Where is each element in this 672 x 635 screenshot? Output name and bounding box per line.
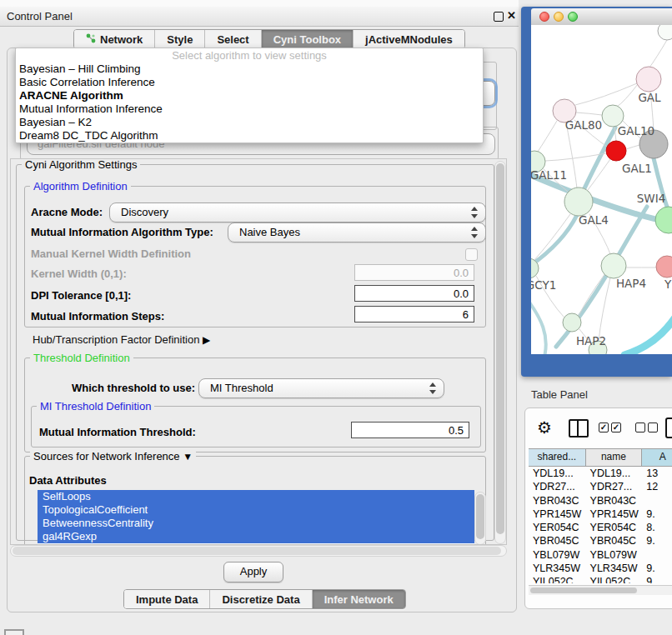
sources-title-text: Sources for Network Inference (33, 450, 180, 462)
network-edge[interactable] (626, 145, 639, 149)
which-threshold-combobox[interactable]: MI Threshold (198, 378, 444, 398)
tab-style[interactable]: Style (155, 30, 205, 48)
algorithm-dropdown-item[interactable]: Mutual Information Inference (16, 102, 483, 116)
sources-group-title: Sources for Network Inference ▼ (30, 450, 196, 462)
network-node[interactable] (564, 188, 593, 216)
table-row[interactable]: YDL19...YDL19...13 (529, 467, 672, 480)
table-row[interactable]: YPR145WYPR145W9. (529, 508, 672, 521)
network-node[interactable] (655, 207, 672, 233)
network-edge[interactable] (531, 300, 546, 354)
data-attribute-item[interactable]: BetweennessCentrality (38, 517, 474, 530)
table-cell (642, 548, 672, 562)
expanded-arrow-icon[interactable]: ▼ (183, 451, 193, 462)
unchecked-box-icon[interactable] (648, 422, 658, 432)
algorithm-dropdown-placeholder: Select algorithm to view settings (16, 48, 483, 62)
manual-kernel-width-label: Manual Kernel Width Definition (31, 248, 191, 260)
tab-label: Discretize Data (222, 593, 299, 606)
apply-button[interactable]: Apply (223, 562, 283, 582)
table-row[interactable]: YDR27...YDR27...12 (529, 480, 672, 493)
mi-algorithm-type-combobox[interactable]: Naive Bayes (228, 222, 486, 242)
data-attribute-item[interactable]: gal4RGexp (38, 530, 474, 543)
table-row[interactable]: YBR043CYBR043C (529, 494, 672, 508)
column-header[interactable]: name (586, 449, 643, 466)
network-node-label: HAP4 (616, 277, 646, 290)
data-attribute-item[interactable]: TopologicalCoefficient (38, 503, 474, 517)
table-cell: YBL079W (529, 548, 586, 562)
tab-label: Cyni Toolbox (273, 33, 341, 46)
network-canvas[interactable]: GALGAL80GAL10GAL1GAL11SWI4GAL4GCY1HAP4YH… (531, 25, 672, 354)
table-panel-card: ⚙ ✓ ✓ shared...nameA YDL19...YDL19...13Y… (524, 408, 672, 609)
control-panel-tab-bar: NetworkStyleSelectCyni ToolboxjActiveMNo… (73, 29, 465, 49)
float-panel-icon[interactable] (494, 12, 504, 22)
network-window[interactable]: GALGAL80GAL10GAL1GAL11SWI4GAL4GCY1HAP4YH… (521, 7, 672, 377)
table-row[interactable]: YLR345WYLR345W9. (529, 562, 672, 575)
settings-horizontal-scrollbar[interactable] (10, 545, 507, 557)
tab-select[interactable]: Select (205, 30, 261, 48)
network-edge[interactable] (576, 112, 602, 115)
algorithm-dropdown-item[interactable]: Dream8 DC_TDC Algorithm (16, 129, 483, 142)
network-node[interactable] (601, 253, 626, 278)
network-edge[interactable] (654, 158, 669, 214)
algorithm-dropdown-item[interactable]: ARACNE Algorithm (16, 89, 483, 102)
tab-discretize-data[interactable]: Discretize Data (210, 590, 312, 608)
table-row[interactable]: YBR045CYBR045C9. (529, 534, 672, 548)
aracne-mode-combobox[interactable]: Discovery (109, 202, 486, 222)
network-edge[interactable] (649, 40, 667, 68)
cyni-algorithm-settings-title: Cyni Algorithm Settings (22, 158, 140, 171)
mi-steps-field[interactable]: 6 (354, 306, 474, 322)
network-node[interactable] (658, 25, 672, 40)
gear-icon[interactable]: ⚙ (537, 418, 552, 438)
checked-box-icon[interactable]: ✓ (599, 422, 609, 432)
mi-threshold-field[interactable]: 0.5 (351, 422, 469, 438)
dpi-tolerance-field[interactable]: 0.0 (354, 285, 474, 302)
network-window-titlebar[interactable] (531, 8, 672, 26)
tab-network[interactable]: Network (74, 30, 155, 48)
window-top-strip (0, 0, 519, 7)
checked-box-icon[interactable]: ✓ (611, 422, 621, 432)
algorithm-dropdown-item[interactable]: Bayesian – Hill Climbing (16, 62, 483, 76)
close-icon[interactable]: ✕ (507, 9, 516, 22)
network-node[interactable] (656, 256, 672, 278)
network-node[interactable] (636, 67, 661, 92)
column-header[interactable]: shared... (529, 449, 586, 466)
tab-impute-data[interactable]: Impute Data (124, 590, 210, 608)
minimized-panel-icon[interactable] (4, 629, 24, 635)
table-row[interactable]: YER054CYER054C8. (529, 521, 672, 534)
network-edge[interactable] (534, 214, 570, 261)
tab-cyni-toolbox[interactable]: Cyni Toolbox (262, 30, 354, 48)
table-cell: YDL19... (529, 467, 586, 480)
settings-vertical-scrollbar[interactable] (494, 161, 506, 544)
network-edge[interactable] (566, 122, 577, 188)
attribute-list-scrollbar[interactable] (474, 492, 486, 545)
split-columns-icon[interactable] (569, 419, 589, 438)
table-cell: YDR27... (529, 480, 586, 493)
close-traffic-light[interactable] (539, 12, 549, 22)
table-cell: YBR045C (586, 534, 643, 548)
partial-sheet-icon[interactable] (665, 418, 672, 438)
hub-definition-disclosure[interactable]: Hub/Transcription Factor Definition ▶ (33, 333, 210, 346)
network-edge[interactable] (538, 121, 557, 152)
tab-infer-network[interactable]: Infer Network (313, 590, 405, 608)
table-cell: YIL052C (529, 575, 586, 583)
unchecked-box-icon[interactable] (635, 422, 645, 432)
zoom-traffic-light[interactable] (568, 12, 578, 22)
manual-kernel-width-checkbox (465, 248, 478, 261)
which-threshold-value: MI Threshold (210, 382, 273, 394)
network-edge[interactable] (531, 215, 577, 268)
network-node[interactable] (563, 313, 581, 332)
tab-label: jActiveMNodules (365, 33, 453, 46)
network-edge[interactable] (575, 83, 637, 105)
network-edge[interactable] (624, 318, 672, 354)
table-horizontal-scrollbar[interactable] (529, 585, 672, 595)
table-row[interactable]: YIL052CYIL052C9 (529, 575, 672, 583)
algorithm-dropdown-item[interactable]: Basic Correlation Inference (16, 76, 483, 89)
column-header[interactable]: A (642, 449, 672, 466)
table-row[interactable]: YBL079WYBL079W (529, 548, 672, 562)
algorithm-dropdown-item[interactable]: Bayesian – K2 (16, 116, 483, 129)
minimize-traffic-light[interactable] (554, 12, 564, 22)
table-cell: YPR145W (529, 508, 586, 521)
data-attribute-item[interactable]: SelfLoops (38, 490, 474, 503)
network-node[interactable] (606, 141, 626, 161)
tab-jactivemnodules[interactable]: jActiveMNodules (354, 30, 464, 48)
control-panel-titlebar: Control Panel ✕ (0, 7, 519, 27)
